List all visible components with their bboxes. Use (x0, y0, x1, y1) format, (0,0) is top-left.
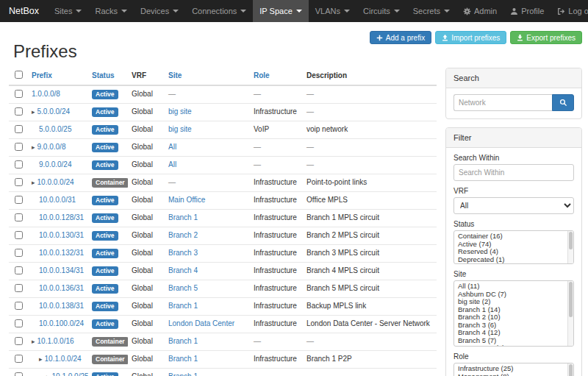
import-prefixes-button[interactable]: Import prefixes (435, 31, 506, 44)
row-checkbox[interactable] (15, 355, 23, 363)
scrollbar-thumb[interactable] (569, 232, 573, 249)
select-all-checkbox[interactable] (15, 71, 23, 79)
row-checkbox[interactable] (15, 231, 23, 239)
listbox-option[interactable]: Reserved (4) (454, 248, 573, 256)
prefix-link[interactable]: 10.0.100.0/24 (39, 319, 84, 327)
nav-item-label: IP Space (259, 7, 292, 15)
search-within-input[interactable] (453, 164, 574, 181)
prefix-link[interactable]: 10.0.0.136/31 (39, 284, 84, 292)
row-checkbox[interactable] (15, 372, 23, 376)
nav-item-sites[interactable]: Sites (48, 0, 88, 22)
scrollbar[interactable] (567, 231, 573, 263)
prefix-cell: 10.0.0.130/31 (28, 227, 88, 245)
row-checkbox[interactable] (15, 213, 23, 221)
nav-item-profile[interactable]: Profile (503, 0, 551, 22)
prefix-link[interactable]: 5.0.0.0/25 (39, 125, 71, 133)
prefix-link[interactable]: 10.0.0.138/31 (39, 302, 84, 310)
nav-item-racks[interactable]: Racks (88, 0, 134, 22)
row-checkbox[interactable] (15, 178, 23, 186)
prefix-link[interactable]: 10.0.0.128/31 (39, 213, 84, 221)
prefix-link[interactable]: 10.0.0.134/31 (39, 266, 84, 274)
prefix-link[interactable]: 9.0.0.0/8 (37, 143, 66, 151)
brand[interactable]: NetBox (0, 0, 48, 22)
scrollbar[interactable] (567, 281, 573, 346)
nav-item-connections[interactable]: Connections (185, 0, 253, 22)
prefix-link[interactable]: 9.0.0.0/24 (39, 160, 71, 169)
listbox-option[interactable]: Container (16) (454, 233, 573, 241)
listbox-option[interactable]: COLO-1-24 (4) (454, 344, 573, 347)
vrf-select[interactable]: All (453, 197, 574, 214)
site-link[interactable]: big site (168, 125, 192, 133)
scrollbar[interactable] (567, 363, 573, 376)
row-checkbox[interactable] (15, 196, 23, 204)
nav-item-vlans[interactable]: VLANs (309, 0, 356, 22)
role-listbox[interactable]: Infrastructure (25)Management (8)Private… (453, 363, 574, 376)
prefix-link[interactable]: 10.1.0.0/16 (37, 337, 74, 345)
site-link[interactable]: Branch 5 (168, 284, 198, 292)
listbox-option[interactable]: big site (2) (454, 298, 573, 306)
site-listbox[interactable]: All (11)Ashburn DC (7)big site (2)Branch… (453, 280, 574, 347)
row-checkbox[interactable] (15, 107, 23, 116)
site-link[interactable]: Branch 1 (168, 337, 198, 345)
column-header-role[interactable]: Role (250, 68, 303, 85)
export-prefixes-button[interactable]: Export prefixes (510, 31, 582, 44)
prefix-link[interactable]: 5.0.0.0/24 (37, 107, 70, 116)
listbox-option[interactable]: Branch 2 (10) (454, 313, 573, 322)
nav-item-log-out[interactable]: Log out (551, 0, 588, 22)
site-link[interactable]: Branch 2 (168, 231, 198, 239)
row-checkbox[interactable] (15, 125, 23, 133)
nav-item-circuits[interactable]: Circuits (356, 0, 406, 22)
row-checkbox[interactable] (15, 160, 23, 169)
prefix-link[interactable]: 10.0.0.132/31 (39, 249, 84, 257)
listbox-option[interactable]: Deprecated (1) (454, 256, 573, 264)
listbox-option[interactable]: Branch 4 (12) (454, 329, 573, 337)
site-link[interactable]: Branch 1 (168, 355, 198, 363)
search-input[interactable] (453, 94, 552, 111)
status-badge: Active (92, 107, 118, 117)
prefix-cell: 10.0.0.138/31 (28, 298, 88, 316)
row-checkbox[interactable] (15, 337, 23, 345)
row-checkbox[interactable] (15, 302, 23, 310)
column-header-prefix[interactable]: Prefix (28, 68, 88, 85)
site-link[interactable]: Branch 3 (168, 249, 198, 257)
column-header-status[interactable]: Status (88, 68, 128, 85)
listbox-option[interactable]: All (11) (454, 283, 573, 291)
nav-item-ip-space[interactable]: IP Space (253, 0, 308, 22)
status-cell: Active (88, 298, 128, 316)
site-link[interactable]: All (168, 160, 176, 169)
listbox-option[interactable]: Management (8) (454, 373, 573, 376)
site-link[interactable]: big site (168, 107, 192, 116)
prefix-link[interactable]: 10.1.0.0/25 (52, 372, 88, 376)
site-link[interactable]: All (168, 143, 176, 151)
column-header-site[interactable]: Site (165, 68, 250, 85)
search-button[interactable] (552, 94, 574, 111)
nav-item-secrets[interactable]: Secrets (406, 0, 456, 22)
status-listbox[interactable]: Container (16)Active (74)Reserved (4)Dep… (453, 230, 574, 264)
add-a-prefix-button[interactable]: Add a prefix (370, 31, 431, 44)
scrollbar-thumb[interactable] (569, 364, 573, 376)
nav-item-devices[interactable]: Devices (134, 0, 185, 22)
role-cell: Infrastructure (250, 280, 303, 298)
prefix-link[interactable]: 1.0.0.0/8 (32, 90, 60, 98)
prefix-link[interactable]: 10.0.0.130/31 (39, 231, 84, 239)
site-link[interactable]: London Data Center (168, 319, 234, 327)
listbox-option[interactable]: Infrastructure (25) (454, 365, 573, 373)
site-link[interactable]: Main Office (168, 196, 205, 204)
nav-item-admin[interactable]: Admin (456, 0, 503, 22)
scrollbar-thumb[interactable] (569, 282, 573, 317)
row-checkbox[interactable] (15, 319, 23, 327)
row-checkbox[interactable] (15, 284, 23, 292)
site-cell: All (165, 157, 250, 174)
nav-item-label: Devices (140, 7, 169, 15)
row-checkbox[interactable] (15, 266, 23, 274)
site-link[interactable]: Branch 4 (168, 266, 198, 274)
site-link[interactable]: Branch 1 (168, 213, 198, 221)
row-checkbox[interactable] (15, 249, 23, 257)
row-checkbox[interactable] (15, 90, 23, 98)
site-link[interactable]: Branch 1 (168, 372, 198, 376)
prefix-link[interactable]: 10.0.0.0/31 (39, 196, 76, 204)
prefix-link[interactable]: 10.1.0.0/24 (45, 355, 82, 363)
prefix-link[interactable]: 10.0.0.0/24 (37, 178, 74, 186)
site-link[interactable]: Branch 1 (168, 302, 198, 310)
row-checkbox[interactable] (15, 143, 23, 151)
